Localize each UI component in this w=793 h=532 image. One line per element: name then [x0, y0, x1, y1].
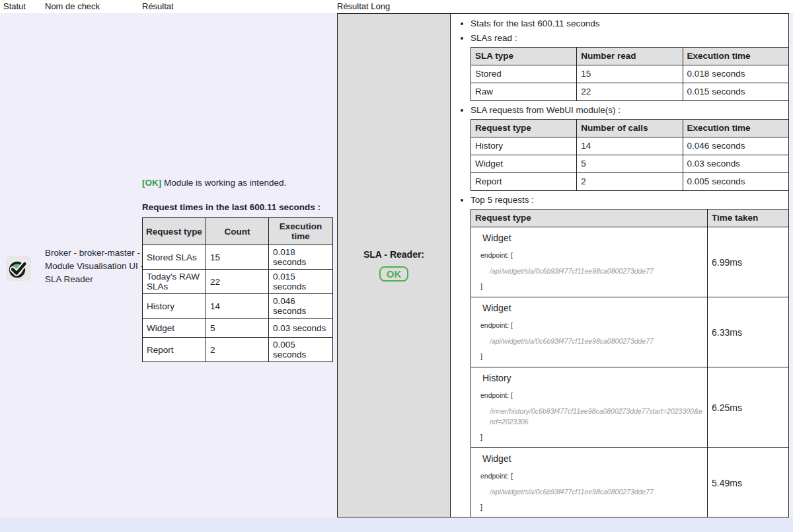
- bullet-stats: Stats for the last 600.11 seconds: [471, 17, 786, 31]
- table-row: Raw 22 0.015 seconds: [471, 83, 789, 101]
- bullet-top5: Top 5 requests : Request type Time taken: [471, 193, 786, 517]
- check-name: Broker - broker-master - Module Visualis…: [45, 247, 145, 286]
- cell-calls: 14: [577, 137, 683, 155]
- table-row: History endpoint: [ /inner/history/0c6b9…: [471, 367, 789, 448]
- status-ok-tag: [OK]: [142, 178, 161, 188]
- column-header-nom-de-check[interactable]: Nom de check: [45, 1, 100, 11]
- cell-sla-type: Stored: [471, 65, 577, 83]
- endpoint-open: endpoint: [: [480, 469, 703, 483]
- request-times-header-type: Request type: [143, 218, 206, 245]
- webui-header-calls: Number of calls: [577, 120, 683, 137]
- endpoint-path: /api/widget/sla/0c6b93f477cf11ee98ca0800…: [490, 266, 703, 276]
- cell-request-type: Stored SLAs: [143, 245, 206, 270]
- cell-exec-time: 0.018 seconds: [269, 245, 333, 270]
- webui-requests-table: Request type Number of calls Execution t…: [471, 119, 788, 191]
- endpoint-path: /api/widget/sla/0c6b93f477cf11ee98ca0800…: [490, 486, 703, 497]
- endpoint-open: endpoint: [: [480, 388, 703, 402]
- ok-status-badge: OK: [379, 266, 409, 282]
- cell-exec-time: 0.03 seconds: [269, 319, 333, 338]
- request-times-header-exec: Execution time: [269, 218, 333, 245]
- cell-request-type: History: [143, 294, 206, 319]
- cell-time-taken: 6.99ms: [708, 227, 789, 297]
- cell-request-type: Widget: [471, 155, 577, 173]
- endpoint-close: ]: [480, 349, 703, 363]
- request-times-title: Request times in the last 600.11 seconds…: [142, 202, 332, 212]
- request-type: History: [482, 371, 703, 385]
- cell-time-taken: 5.49ms: [708, 448, 789, 517]
- endpoint-path: /api/widget/sla/0c6b93f477cf11ee98ca0800…: [490, 336, 703, 346]
- table-row: Stored 15 0.018 seconds: [471, 65, 789, 83]
- table-row: Stored SLAs 15 0.018 seconds: [143, 245, 333, 270]
- cell-calls: 5: [577, 155, 683, 173]
- bullet-webui: SLA requests from WebUI module(s) : Requ…: [471, 103, 786, 191]
- table-row: Widget endpoint: [ /api/widget/sla/0c6b9…: [471, 297, 789, 367]
- cell-request-type: Today's RAW SLAs: [143, 270, 206, 294]
- cell-exec-time: 0.018 seconds: [683, 65, 788, 83]
- cell-count: 15: [206, 245, 269, 270]
- cell-sla-type: Raw: [471, 83, 577, 101]
- endpoint-close: ]: [480, 430, 703, 444]
- endpoint-open: endpoint: [: [480, 248, 703, 262]
- cell-request-type: Widget: [143, 319, 206, 338]
- result-status-line: [OK] Module is working as intended.: [142, 178, 332, 188]
- request-type: Widget: [482, 301, 703, 315]
- table-row: Widget 5 0.03 seconds: [143, 319, 333, 338]
- cell-number-read: 22: [577, 83, 683, 101]
- table-row: Widget endpoint: [ /api/widget/sla/0c6b9…: [471, 448, 789, 517]
- request-type: Widget: [482, 451, 703, 466]
- check-circle-icon: [5, 255, 32, 282]
- slas-read-header-number: Number read: [577, 48, 683, 65]
- cell-request-detail: Widget endpoint: [ /api/widget/sla/0c6b9…: [471, 227, 708, 297]
- cell-request-detail: Widget endpoint: [ /api/widget/sla/0c6b9…: [471, 448, 708, 517]
- cell-exec-time: 0.046 seconds: [683, 137, 788, 155]
- request-times-table: Request type Count Execution time Stored…: [142, 217, 333, 362]
- top5-header-type: Request type: [471, 209, 708, 227]
- bullet-top5-label: Top 5 requests :: [471, 195, 534, 205]
- endpoint-path: /inner/history/0c6b93f477cf11ee98ca08002…: [490, 406, 703, 427]
- endpoint-close: ]: [480, 279, 703, 293]
- column-header-resultat-long[interactable]: Résultat Long: [337, 1, 390, 11]
- cell-count: 5: [206, 319, 269, 338]
- bullet-slas-read: SLAs read : SLA type Number read Executi…: [471, 31, 786, 101]
- slas-read-table: SLA type Number read Execution time Stor…: [471, 47, 788, 101]
- cell-request-detail: History endpoint: [ /inner/history/0c6b9…: [471, 367, 708, 448]
- slas-read-header-type: SLA type: [471, 48, 577, 65]
- result-column: [OK] Module is working as intended. Requ…: [142, 178, 332, 362]
- cell-exec-time: 0.015 seconds: [683, 83, 788, 101]
- cell-number-read: 15: [577, 65, 683, 83]
- cell-request-type: Report: [471, 173, 577, 191]
- cell-count: 22: [206, 270, 269, 294]
- webui-header-exec: Execution time: [683, 120, 788, 137]
- top5-header-time: Time taken: [708, 209, 789, 227]
- request-times-header-count: Count: [206, 218, 269, 245]
- column-header-statut[interactable]: Statut: [3, 1, 26, 11]
- table-row: Today's RAW SLAs 22 0.015 seconds: [143, 270, 333, 294]
- resultat-long-panel: SLA - Reader: OK Stats for the last 600.…: [337, 13, 789, 517]
- cell-exec-time: 0.015 seconds: [269, 270, 333, 294]
- result-bullet-list: Stats for the last 600.11 seconds SLAs r…: [451, 17, 786, 517]
- table-row: Widget 5 0.03 seconds: [471, 155, 789, 173]
- cell-count: 2: [206, 338, 269, 362]
- cell-request-type: Report: [143, 338, 206, 362]
- bullet-webui-label: SLA requests from WebUI module(s) :: [471, 105, 621, 115]
- sla-reader-title: SLA - Reader:: [363, 249, 424, 260]
- table-row: Report 2 0.005 seconds: [143, 338, 333, 362]
- check-result-row[interactable]: Broker - broker-master - Module Visualis…: [0, 13, 793, 517]
- table-row: Report 2 0.005 seconds: [471, 173, 789, 191]
- resultat-long-content: Stats for the last 600.11 seconds SLAs r…: [451, 14, 788, 517]
- endpoint-close: ]: [480, 500, 703, 514]
- webui-header-type: Request type: [471, 120, 577, 137]
- column-header-resultat[interactable]: Résultat: [142, 1, 174, 11]
- table-row: Widget endpoint: [ /api/widget/sla/0c6b9…: [471, 227, 789, 297]
- cell-exec-time: 0.005 seconds: [269, 338, 333, 362]
- table-row: History 14 0.046 seconds: [143, 294, 333, 319]
- sla-reader-label-cell: SLA - Reader: OK: [338, 14, 451, 517]
- table-row: History 14 0.046 seconds: [471, 137, 789, 155]
- status-text: Module is working as intended.: [164, 178, 286, 188]
- cell-request-type: History: [471, 137, 577, 155]
- cell-time-taken: 6.25ms: [708, 367, 789, 448]
- request-type: Widget: [482, 231, 703, 245]
- slas-read-header-exec: Execution time: [683, 48, 788, 65]
- cell-exec-time: 0.046 seconds: [269, 294, 333, 319]
- column-header-bar: Statut Nom de check Résultat Résultat Lo…: [0, 0, 793, 13]
